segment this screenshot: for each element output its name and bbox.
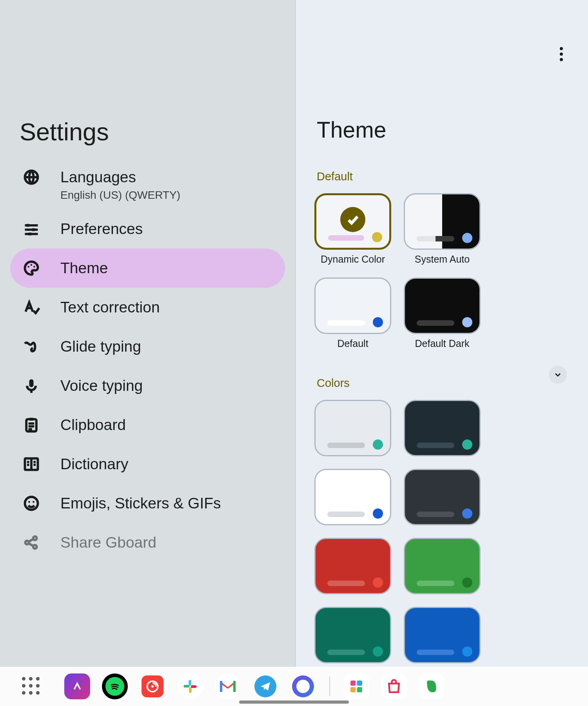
squiggle-icon — [23, 338, 40, 355]
sidebar-item-label: Languages — [60, 169, 180, 186]
svg-rect-7 — [29, 379, 34, 387]
tile-caption: System Auto — [415, 254, 470, 265]
app-icon-gmail[interactable] — [215, 673, 241, 699]
sidebar-item-preferences[interactable]: Preferences — [0, 209, 295, 249]
nav-bar — [0, 667, 588, 706]
sidebar-item-theme[interactable]: Theme — [10, 249, 285, 288]
svg-rect-23 — [220, 681, 222, 692]
app-icon-telegram[interactable] — [252, 673, 278, 699]
svg-rect-22 — [191, 685, 197, 688]
globe-icon — [23, 169, 40, 186]
sidebar-item-clipboard[interactable]: Clipboard — [0, 405, 295, 445]
theme-default[interactable] — [314, 278, 391, 334]
svg-point-6 — [33, 266, 35, 267]
color-tile-6[interactable] — [314, 607, 391, 663]
color-tile-7[interactable] — [404, 607, 481, 663]
svg-point-4 — [27, 266, 29, 267]
svg-rect-25 — [350, 681, 356, 686]
svg-point-12 — [28, 501, 30, 503]
text-check-icon — [23, 299, 40, 316]
sidebar-item-sub: English (US) (QWERTY) — [60, 189, 180, 201]
nav-separator — [329, 677, 330, 696]
svg-rect-28 — [357, 687, 362, 692]
expand-colors-button[interactable] — [549, 366, 567, 384]
app-icon-evernote[interactable] — [419, 673, 445, 699]
theme-system-auto[interactable] — [404, 193, 481, 250]
app-icon-spotify[interactable] — [102, 673, 128, 699]
sidebar-item-label: Preferences — [60, 220, 143, 238]
settings-title: Settings — [20, 118, 109, 146]
theme-dynamic-color[interactable] — [314, 193, 391, 250]
tile-caption: Default Dark — [415, 338, 470, 349]
palette-icon — [23, 260, 40, 277]
svg-rect-24 — [233, 681, 236, 692]
theme-pane: Theme Default Dynamic Color System Auto — [295, 0, 588, 667]
sidebar-item-emojis[interactable]: Emojis, Stickers & GIFs — [0, 484, 295, 523]
sidebar-item-voice-typing[interactable]: Voice typing — [0, 366, 295, 405]
svg-rect-19 — [189, 680, 191, 686]
tile-caption: Dynamic Color — [321, 254, 385, 265]
app-icon-store[interactable] — [381, 673, 407, 699]
share-icon — [23, 534, 40, 551]
check-icon — [340, 207, 365, 232]
svg-rect-21 — [189, 687, 191, 693]
sliders-icon — [23, 220, 40, 238]
svg-rect-26 — [357, 681, 362, 686]
sidebar-item-label: Glide typing — [60, 338, 141, 355]
emoji-icon — [23, 495, 40, 512]
sidebar-item-label: Text correction — [60, 299, 160, 316]
book-icon — [23, 456, 40, 473]
sidebar-item-text-correction[interactable]: Text correction — [0, 288, 295, 327]
svg-rect-20 — [184, 685, 190, 687]
pane-title: Theme — [296, 46, 588, 143]
sidebar-item-label: Share Gboard — [60, 534, 156, 551]
color-tile-3[interactable] — [404, 469, 481, 525]
theme-default-dark[interactable] — [404, 278, 481, 334]
svg-point-5 — [31, 264, 32, 266]
clipboard-icon — [23, 416, 40, 434]
color-tile-5[interactable] — [404, 538, 481, 594]
sidebar-item-label: Emojis, Stickers & GIFs — [60, 495, 221, 512]
sidebar-item-label: Dictionary — [60, 456, 128, 473]
sidebar-item-label: Theme — [60, 260, 108, 277]
color-tile-1[interactable] — [404, 400, 481, 456]
sidebar-item-share[interactable]: Share Gboard — [0, 523, 295, 562]
sidebar-item-label: Clipboard — [60, 416, 126, 434]
sidebar-item-dictionary[interactable]: Dictionary — [0, 445, 295, 484]
tile-caption: Default — [337, 338, 368, 349]
color-tile-0[interactable] — [314, 400, 391, 456]
settings-sidebar: Settings Languages English (US) (QWERTY)… — [0, 0, 295, 667]
app-icon-browser[interactable] — [290, 673, 316, 699]
sidebar-item-glide-typing[interactable]: Glide typing — [0, 327, 295, 366]
mic-icon — [23, 377, 40, 394]
svg-point-18 — [151, 685, 154, 688]
gesture-handle[interactable] — [239, 701, 349, 704]
section-colors: Colors — [296, 349, 350, 400]
app-icon-pocketcasts[interactable] — [140, 673, 165, 699]
color-tile-2[interactable] — [314, 469, 391, 525]
app-drawer-button[interactable] — [22, 677, 41, 696]
app-icon-1[interactable] — [64, 673, 90, 699]
app-icon-slack[interactable] — [177, 673, 203, 699]
section-default: Default — [296, 143, 588, 193]
app-icon-samsung1[interactable] — [343, 673, 369, 699]
svg-point-13 — [33, 501, 34, 503]
sidebar-item-languages[interactable]: Languages English (US) (QWERTY) — [0, 161, 295, 209]
sidebar-item-label: Voice typing — [60, 377, 143, 394]
svg-rect-9 — [29, 418, 34, 421]
svg-rect-27 — [350, 687, 356, 692]
color-tile-4[interactable] — [314, 538, 391, 594]
more-options-button[interactable] — [554, 46, 569, 62]
